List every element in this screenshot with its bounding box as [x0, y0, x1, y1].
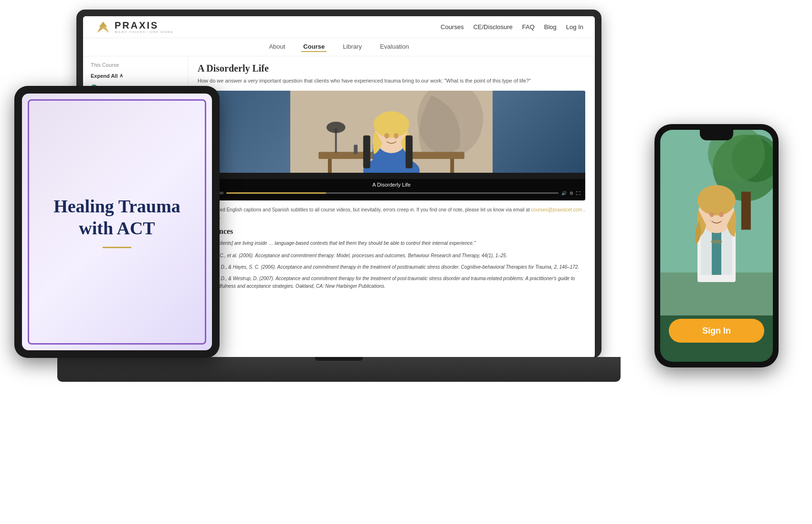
volume-icon[interactable]: 🔊 — [561, 191, 567, 196]
svg-point-16 — [384, 133, 389, 138]
phone-notch — [700, 130, 733, 140]
caption-text: We've added English captions and Spanish… — [198, 206, 585, 220]
tab-about[interactable]: About — [267, 42, 287, 52]
tablet-title: Healing Trauma with ACT — [53, 196, 180, 239]
svg-point-33 — [709, 212, 714, 217]
svg-point-10 — [327, 122, 345, 133]
ref-item-1: Hayes, S. C., et al. (2006). Acceptance … — [198, 252, 585, 260]
tablet-divider — [103, 247, 131, 248]
course-content: A Disorderly Life How do we answer a ver… — [188, 56, 595, 358]
praxis-logo-icon — [95, 21, 112, 34]
expand-all[interactable]: Expend All ∧ — [83, 71, 188, 83]
tab-course[interactable]: Course — [301, 42, 327, 52]
ref-item-3: Walser, R. D., & Westrup, D. (2007). Acc… — [198, 275, 585, 290]
phone-background — [660, 130, 773, 315]
tablet-body: Healing Trauma with ACT — [14, 86, 220, 358]
references-title: References — [198, 227, 585, 236]
svg-rect-24 — [741, 192, 751, 230]
sidebar-title: This Course — [83, 62, 188, 71]
nav-login[interactable]: Log In — [566, 23, 583, 31]
phone-body: Sign In — [654, 124, 779, 367]
ref-quote: "[Trauma clients] are living inside … la… — [198, 240, 585, 247]
svg-rect-8 — [450, 158, 454, 173]
logo-text: PRAXIS MANY VOICES | ONE WORK — [115, 20, 173, 34]
laptop-base — [57, 357, 621, 382]
ref-item-2: Walser, R. D., & Hayes, S. C. (2006). Ac… — [198, 263, 585, 271]
settings-icon[interactable]: ⚙ — [569, 191, 573, 196]
svg-rect-11 — [354, 145, 358, 154]
svg-point-30 — [711, 240, 722, 243]
scene: PRAXIS MANY VOICES | ONE WORK Courses CE… — [0, 0, 812, 524]
svg-rect-19 — [406, 135, 413, 168]
svg-point-32 — [697, 185, 736, 216]
svg-point-34 — [719, 212, 724, 217]
top-nav: Courses CE/Disclosure FAQ Blog Log In — [441, 23, 583, 31]
video-controls[interactable]: A Disorderly Life 13:30 🔊 ⚙ ⛶ — [198, 179, 585, 200]
laptop-topbar: PRAXIS MANY VOICES | ONE WORK Courses CE… — [83, 16, 595, 38]
video-player[interactable]: A Disorderly Life 13:30 🔊 ⚙ ⛶ — [198, 91, 585, 200]
progress-bar[interactable] — [226, 192, 559, 194]
nav-courses[interactable]: Courses — [441, 23, 464, 31]
tablet-content: Healing Trauma with ACT — [39, 186, 195, 258]
chevron-up-icon: ∧ — [119, 73, 123, 79]
video-title: A Disorderly Life — [202, 182, 580, 188]
content-intro: How do we answer a very important questi… — [198, 77, 585, 85]
phone-screen: Sign In — [660, 130, 773, 362]
subnav: About Course Library Evaluation — [83, 38, 595, 56]
tablet: Healing Trauma with ACT — [14, 86, 220, 358]
fullscreen-icon[interactable]: ⛶ — [576, 191, 580, 196]
svg-rect-18 — [363, 135, 370, 168]
nav-faq[interactable]: FAQ — [522, 23, 535, 31]
svg-point-15 — [374, 111, 410, 137]
tab-library[interactable]: Library — [341, 42, 364, 52]
caption-email[interactable]: courses@praxiscet.com — [531, 207, 582, 212]
phone: Sign In — [654, 124, 779, 367]
svg-rect-7 — [328, 158, 332, 173]
tab-evaluation[interactable]: Evaluation — [378, 42, 411, 52]
tablet-screen: Healing Trauma with ACT — [22, 94, 212, 350]
content-title: A Disorderly Life — [198, 63, 585, 74]
signin-label: Sign In — [702, 326, 731, 336]
svg-point-17 — [394, 133, 399, 138]
nav-blog[interactable]: Blog — [544, 23, 557, 31]
nav-ce[interactable]: CE/Disclosure — [473, 23, 512, 31]
phone-scene-svg — [660, 130, 773, 315]
signin-button[interactable]: Sign In — [669, 319, 764, 343]
video-background — [198, 91, 585, 173]
video-control-bar[interactable]: 13:30 🔊 ⚙ ⛶ — [202, 189, 580, 198]
logo: PRAXIS MANY VOICES | ONE WORK — [95, 20, 173, 34]
video-scene-svg — [198, 91, 585, 173]
